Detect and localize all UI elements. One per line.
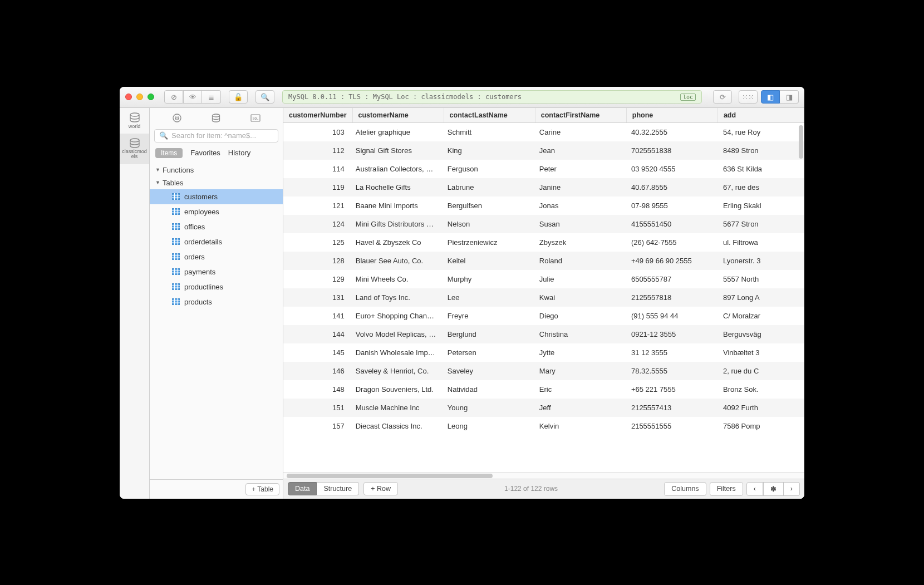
- panel-layout-icon[interactable]: ◨: [780, 90, 799, 104]
- table-cell[interactable]: 0921-12 3555: [626, 325, 717, 343]
- horizontal-scrollbar-track[interactable]: [283, 472, 804, 479]
- table-cell[interactable]: Vinbæltet 3: [717, 343, 804, 362]
- table-cell[interactable]: 03 9520 4555: [626, 160, 717, 178]
- prev-page-button[interactable]: ‹: [746, 482, 763, 496]
- table-cell[interactable]: 144: [283, 325, 350, 343]
- table-cell[interactable]: Erling Skakl: [717, 196, 804, 215]
- table-cell[interactable]: Jonas: [534, 196, 626, 215]
- next-page-button[interactable]: ›: [784, 482, 800, 496]
- table-cell[interactable]: 40.32.2555: [626, 123, 717, 141]
- table-cell[interactable]: Atelier graphique: [350, 123, 442, 141]
- cancel-icon[interactable]: ⊘: [164, 90, 183, 104]
- table-cell[interactable]: 2, rue du C: [717, 362, 804, 380]
- table-cell[interactable]: Lyonerstr. 3: [717, 252, 804, 270]
- table-cell[interactable]: Mini Wheels Co.: [350, 270, 442, 288]
- tree-item-orderdetails[interactable]: orderdetails: [150, 234, 283, 249]
- grid-icon[interactable]: ⁙⁙: [739, 90, 758, 104]
- table-cell[interactable]: Janine: [534, 178, 626, 196]
- column-header-addressLine1[interactable]: add: [718, 108, 804, 122]
- table-cell[interactable]: Labrune: [442, 178, 534, 196]
- table-cell[interactable]: Christina: [534, 325, 626, 343]
- table-cell[interactable]: 636 St Kilda: [717, 160, 804, 178]
- table-cell[interactable]: 40.67.8555: [626, 178, 717, 196]
- table-cell[interactable]: Schmitt: [442, 123, 534, 141]
- table-cell[interactable]: Lee: [442, 288, 534, 307]
- table-cell[interactable]: 141: [283, 307, 350, 325]
- table-row[interactable]: 124Mini Gifts Distributors Ltd.NelsonSus…: [283, 215, 804, 233]
- table-cell[interactable]: Young: [442, 399, 534, 417]
- column-header-contactFirstName[interactable]: contactFirstName: [535, 108, 627, 122]
- table-cell[interactable]: 5677 Stron: [717, 215, 804, 233]
- table-cell[interactable]: +65 221 7555: [626, 380, 717, 399]
- rail-item-world[interactable]: world: [120, 108, 149, 134]
- column-header-contactLastName[interactable]: contactLastName: [444, 108, 535, 122]
- table-cell[interactable]: La Rochelle Gifts: [350, 178, 442, 196]
- table-cell[interactable]: Berguvsväg: [717, 325, 804, 343]
- table-cell[interactable]: 7586 Pomp: [717, 417, 804, 435]
- rail-item-classicmodels[interactable]: classicmodels: [120, 134, 149, 165]
- table-cell[interactable]: 07-98 9555: [626, 196, 717, 215]
- table-cell[interactable]: Bronz Sok.: [717, 380, 804, 399]
- table-cell[interactable]: (26) 642-7555: [626, 233, 717, 252]
- structure-tab-button[interactable]: Structure: [317, 482, 359, 495]
- table-cell[interactable]: Roland: [534, 252, 626, 270]
- sidebar-search[interactable]: 🔍 Search for item: ^name$...: [154, 129, 278, 142]
- table-cell[interactable]: 31 12 3555: [626, 343, 717, 362]
- tab-history[interactable]: History: [228, 149, 250, 157]
- table-cell[interactable]: 2125557818: [626, 288, 717, 307]
- close-window-button[interactable]: [125, 94, 132, 100]
- table-cell[interactable]: 148: [283, 380, 350, 399]
- table-cell[interactable]: Keitel: [442, 252, 534, 270]
- table-cell[interactable]: Eric: [534, 380, 626, 399]
- table-cell[interactable]: Saveley & Henriot, Co.: [350, 362, 442, 380]
- table-cell[interactable]: 7025551838: [626, 141, 717, 160]
- tree-item-orders[interactable]: orders: [150, 249, 283, 264]
- table-cell[interactable]: King: [442, 141, 534, 160]
- table-cell[interactable]: Muscle Machine Inc: [350, 399, 442, 417]
- table-cell[interactable]: 54, rue Roy: [717, 123, 804, 141]
- table-cell[interactable]: Murphy: [442, 270, 534, 288]
- table-cell[interactable]: Euro+ Shopping Channel: [350, 307, 442, 325]
- table-row[interactable]: 146Saveley & Henriot, Co.SaveleyMary78.3…: [283, 362, 804, 380]
- add-row-button[interactable]: + Row: [363, 482, 398, 495]
- table-row[interactable]: 121Baane Mini ImportsBergulfsenJonas07-9…: [283, 196, 804, 215]
- table-cell[interactable]: +49 69 66 90 2555: [626, 252, 717, 270]
- table-cell[interactable]: 114: [283, 160, 350, 178]
- table-cell[interactable]: 78.32.5555: [626, 362, 717, 380]
- table-cell[interactable]: 2125557413: [626, 399, 717, 417]
- table-cell[interactable]: Julie: [534, 270, 626, 288]
- table-cell[interactable]: 157: [283, 417, 350, 435]
- table-cell[interactable]: 121: [283, 196, 350, 215]
- table-cell[interactable]: 103: [283, 123, 350, 141]
- table-cell[interactable]: Berglund: [442, 325, 534, 343]
- table-row[interactable]: 128Blauer See Auto, Co.KeitelRoland+49 6…: [283, 252, 804, 270]
- table-cell[interactable]: Jytte: [534, 343, 626, 362]
- table-cell[interactable]: C/ Moralzar: [717, 307, 804, 325]
- table-cell[interactable]: Baane Mini Imports: [350, 196, 442, 215]
- table-body[interactable]: 103Atelier graphiqueSchmittCarine40.32.2…: [283, 123, 804, 472]
- tree-item-employees[interactable]: employees: [150, 204, 283, 219]
- tab-items[interactable]: Items: [155, 148, 183, 158]
- column-header-phone[interactable]: phone: [627, 108, 718, 122]
- tab-favorites[interactable]: Favorites: [190, 149, 220, 157]
- table-cell[interactable]: 128: [283, 252, 350, 270]
- table-cell[interactable]: Volvo Model Replicas, Co: [350, 325, 442, 343]
- table-cell[interactable]: Jean: [534, 141, 626, 160]
- table-row[interactable]: 112Signal Gift StoresKingJean70255518388…: [283, 141, 804, 160]
- horizontal-scrollbar-thumb[interactable]: [287, 474, 493, 478]
- table-cell[interactable]: (91) 555 94 44: [626, 307, 717, 325]
- table-cell[interactable]: 131: [283, 288, 350, 307]
- table-cell[interactable]: 145: [283, 343, 350, 362]
- table-cell[interactable]: Susan: [534, 215, 626, 233]
- table-cell[interactable]: Havel & Zbyszek Co: [350, 233, 442, 252]
- table-cell[interactable]: Australian Collectors, Co.: [350, 160, 442, 178]
- table-cell[interactable]: Piestrzeniewicz: [442, 233, 534, 252]
- table-cell[interactable]: 112: [283, 141, 350, 160]
- table-cell[interactable]: Nelson: [442, 215, 534, 233]
- table-cell[interactable]: 67, rue des: [717, 178, 804, 196]
- table-cell[interactable]: 897 Long A: [717, 288, 804, 307]
- column-header-customerName[interactable]: customerName: [353, 108, 444, 122]
- eye-icon[interactable]: 👁: [183, 90, 202, 104]
- table-cell[interactable]: Freyre: [442, 307, 534, 325]
- table-cell[interactable]: Kelvin: [534, 417, 626, 435]
